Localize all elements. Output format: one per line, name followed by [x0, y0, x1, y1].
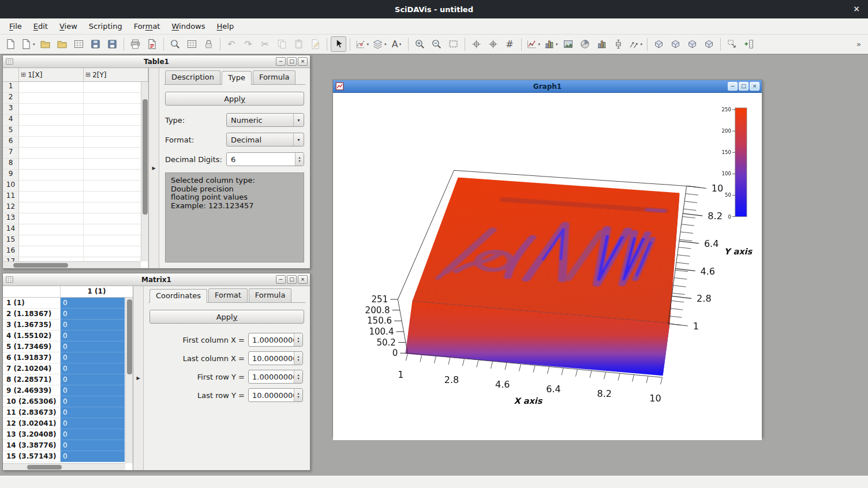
table-cell[interactable]: [84, 170, 148, 180]
matrix-cell-selected[interactable]: 0: [61, 418, 125, 429]
scrollbar-thumb[interactable]: [127, 299, 132, 374]
row-number[interactable]: 5: [3, 126, 19, 136]
table-cell[interactable]: [19, 202, 84, 213]
row-number[interactable]: 16: [3, 246, 19, 257]
scrollbar-thumb[interactable]: [27, 465, 62, 470]
project-explorer-button[interactable]: [167, 36, 183, 52]
table-cell[interactable]: [84, 137, 148, 147]
matrix-row-header[interactable]: 1 (1): [3, 298, 61, 309]
log-window-button[interactable]: [184, 36, 200, 52]
matrix-row-header[interactable]: 14 (3.38776): [3, 440, 61, 451]
table-cell[interactable]: [19, 213, 84, 224]
zoom-out-button[interactable]: [429, 36, 444, 52]
maximize-button[interactable]: □: [287, 275, 297, 284]
matrix-row-header[interactable]: 13 (3.20408): [3, 429, 61, 440]
table-cell[interactable]: [19, 82, 84, 92]
decimal-digits-spinner[interactable]: 6 ▴▾: [226, 152, 304, 166]
tab-formula[interactable]: Formula: [253, 70, 296, 84]
table-cell[interactable]: [19, 137, 84, 147]
coordinate-spinner-3[interactable]: 10.0000000▴▾: [248, 388, 303, 402]
chevron-down-icon[interactable]: ▾: [293, 133, 304, 146]
table-cell[interactable]: [84, 93, 148, 103]
toolbar-overflow-button[interactable]: »: [852, 40, 866, 48]
menu-edit[interactable]: Edit: [28, 20, 54, 33]
table-cell[interactable]: [19, 192, 84, 202]
spinner-buttons[interactable]: ▴▾: [294, 389, 302, 401]
matrix1-titlebar[interactable]: Matrix1 − □ ×: [3, 273, 310, 286]
spinner-buttons[interactable]: ▴▾: [294, 333, 302, 346]
row-number[interactable]: 10: [3, 181, 19, 191]
table-cell[interactable]: [84, 235, 148, 246]
tab-description[interactable]: Description: [165, 70, 220, 84]
cut-selection-button[interactable]: ✂: [257, 36, 273, 52]
menu-file[interactable]: File: [3, 20, 28, 33]
plot-line-button[interactable]: ▾: [525, 36, 542, 52]
matrix-row-header[interactable]: 5 (1.73469): [3, 341, 61, 352]
matrix-cell-selected[interactable]: 0: [61, 385, 125, 396]
minimize-button[interactable]: −: [276, 57, 286, 66]
table-cell[interactable]: [84, 104, 148, 114]
matrix1-horizontal-scrollbar[interactable]: [3, 463, 125, 470]
table-cell[interactable]: [84, 202, 148, 213]
matrix-cell-selected[interactable]: 0: [61, 298, 125, 309]
table-cell[interactable]: [19, 170, 84, 180]
new-aspect-button[interactable]: ▾: [20, 36, 36, 52]
chevron-down-icon[interactable]: ▾: [293, 114, 304, 126]
table-cell[interactable]: [19, 159, 84, 169]
app-close-button[interactable]: ×: [853, 4, 860, 13]
matrix-cell-selected[interactable]: 0: [61, 341, 125, 352]
table1-panel-collapse-button[interactable]: ▶: [149, 68, 159, 268]
spin-down-icon[interactable]: ▾: [297, 377, 299, 380]
redo-button[interactable]: ↷: [241, 36, 256, 52]
format-dropdown[interactable]: Decimal ▾: [226, 133, 304, 147]
matrix-cell-selected[interactable]: 0: [61, 363, 125, 374]
table-cell[interactable]: [19, 115, 84, 125]
save-template-button[interactable]: [104, 36, 120, 52]
coordinate-spinner-0[interactable]: 1.00000000▴▾: [248, 333, 303, 347]
matrix-cell-selected[interactable]: 0: [61, 352, 125, 363]
menu-view[interactable]: View: [54, 20, 83, 33]
dropdown-arrow-icon[interactable]: ▾: [538, 42, 541, 47]
edit-selection-button[interactable]: [308, 36, 323, 52]
table-cell[interactable]: [19, 104, 84, 114]
tab-coordinates[interactable]: Coordinates: [149, 289, 207, 303]
tab-formula[interactable]: Formula: [249, 288, 292, 302]
table-cell[interactable]: [19, 235, 84, 246]
column-header[interactable]: ⊞2[Y]: [84, 68, 148, 81]
plot-3d-surface-button[interactable]: [651, 36, 667, 52]
menu-windows[interactable]: Windows: [166, 20, 211, 33]
table-cell[interactable]: [84, 213, 148, 224]
rescale-to-show-all-button[interactable]: [446, 36, 461, 52]
matrix1-grid[interactable]: 1 (1) 1 (1)02 (1.18367)03 (1.36735)04 (1…: [3, 286, 133, 470]
table-cell[interactable]: [84, 126, 148, 136]
draw-elements-button[interactable]: ▾: [371, 36, 388, 52]
paste-selection-button[interactable]: [291, 36, 306, 52]
type-dropdown[interactable]: Numeric ▾: [226, 113, 304, 127]
menu-format[interactable]: Format: [128, 20, 166, 33]
matrix-row-header[interactable]: 10 (2.65306): [3, 396, 61, 407]
matrix-row-header[interactable]: 11 (2.83673): [3, 407, 61, 418]
matrix-cell-selected[interactable]: 0: [61, 320, 125, 331]
zoom-in-button[interactable]: [412, 36, 428, 52]
add-text-button[interactable]: A▾: [389, 36, 405, 52]
matrix-row-header[interactable]: 9 (2.46939): [3, 385, 61, 396]
dropdown-arrow-icon[interactable]: ▾: [367, 42, 369, 47]
matrix-row-header[interactable]: 7 (2.10204): [3, 363, 61, 374]
row-number[interactable]: 12: [3, 202, 19, 213]
row-number[interactable]: 7: [3, 148, 19, 158]
plot-vectors-button[interactable]: ▾: [627, 36, 644, 52]
matrix-cell-selected[interactable]: 0: [61, 407, 125, 418]
matrix-corner-cell[interactable]: [3, 286, 61, 297]
plot-canvas[interactable]: 050100150200250 251200.8150.6100.450.20 …: [333, 93, 762, 440]
column-header[interactable]: ⊞1[X]: [19, 68, 84, 81]
spin-down-icon[interactable]: ▾: [298, 159, 300, 163]
graph1-titlebar[interactable]: Graph1 − □ ×: [333, 80, 762, 93]
matrix1-panel-collapse-button[interactable]: ▶: [133, 286, 144, 470]
matrix-row-header[interactable]: 12 (3.02041): [3, 418, 61, 429]
dropdown-arrow-icon[interactable]: ▾: [399, 42, 402, 47]
table-cell[interactable]: [84, 148, 148, 158]
pick-data-point-button[interactable]: ▾: [354, 36, 371, 52]
scrollbar-thumb[interactable]: [143, 99, 148, 215]
row-number[interactable]: 8: [3, 159, 19, 169]
matrix1-vertical-scrollbar[interactable]: [125, 298, 133, 463]
